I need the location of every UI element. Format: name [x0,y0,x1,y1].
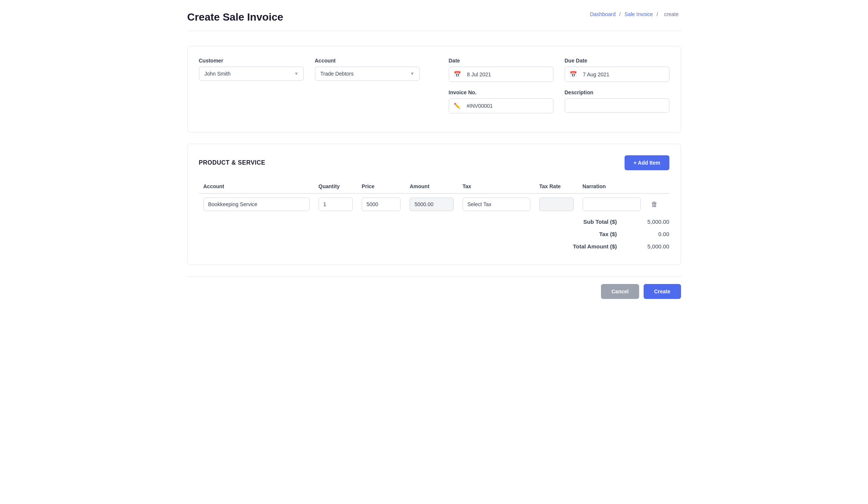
customer-label: Customer [199,58,304,64]
breadcrumb: Dashboard / Sale Invoice / create [590,11,681,17]
row-amount-input[interactable] [410,198,453,211]
date-input-wrapper[interactable]: 📅 [449,67,553,82]
col-header-account: Account [199,180,314,193]
row-price-cell [357,193,405,215]
row-quantity-input[interactable] [319,198,353,211]
account-select[interactable]: Trade Debtors [315,67,406,80]
product-header: PRODUCT & SERVICE + Add Item [199,155,669,170]
customer-dropdown-arrow-icon: ▼ [290,71,303,76]
row-amount-cell [405,193,458,215]
row-narration-cell [578,193,645,215]
invoice-no-input[interactable] [465,99,553,113]
description-label: Description [565,89,669,95]
subtotal-row: Sub Total ($) 5,000.00 [550,219,669,225]
account-select-wrapper[interactable]: Trade Debtors ▼ [315,67,420,81]
tax-row: Tax ($) 0.00 [550,231,669,237]
tax-value: 0.00 [632,231,669,237]
row-tax-cell [458,193,535,215]
footer-actions: Cancel Create [187,276,681,303]
col-header-price: Price [357,180,405,193]
page-header: Create Sale Invoice Dashboard / Sale Inv… [187,11,681,31]
customer-select[interactable]: John Smith [199,67,290,80]
add-item-button[interactable]: + Add Item [625,155,669,170]
tax-label: Tax ($) [550,231,617,237]
due-date-label: Due Date [565,58,669,64]
row-quantity-cell [314,193,358,215]
table-header-row: Account Quantity Price Amount Tax Tax Ra… [199,180,669,193]
description-group: Description description [565,89,669,113]
date-input[interactable] [466,68,553,81]
total-amount-label: Total Amount ($) [550,243,617,250]
cancel-button[interactable]: Cancel [601,284,639,299]
form-row-2: Invoice No. ✏️ Description description [199,89,669,113]
table-body: 🗑 [199,193,669,215]
description-input[interactable]: description [565,98,669,113]
breadcrumb-dashboard[interactable]: Dashboard [590,11,616,17]
date-label: Date [449,58,553,64]
row-narration-input[interactable] [583,198,641,211]
total-amount-value: 5,000.00 [632,243,669,250]
table-row: 🗑 [199,193,669,215]
account-dropdown-arrow-icon: ▼ [406,71,419,76]
invoice-icon: ✏️ [449,99,465,113]
row-account-input[interactable] [203,198,310,211]
product-table: Account Quantity Price Amount Tax Tax Ra… [199,180,669,215]
page-title: Create Sale Invoice [187,11,283,23]
subtotal-label: Sub Total ($) [550,219,617,225]
breadcrumb-sale-invoice[interactable]: Sale Invoice [625,11,653,17]
total-row: Total Amount ($) 5,000.00 [550,243,669,250]
date-group: Date 📅 [449,58,553,82]
delete-icon: 🗑 [651,201,658,208]
col-header-taxrate: Tax Rate [535,180,578,193]
row-taxrate-cell [535,193,578,215]
delete-row-button[interactable]: 🗑 [650,199,659,210]
row-tax-input[interactable] [463,198,530,211]
breadcrumb-current: create [664,11,679,17]
due-date-input-wrapper[interactable]: 📅 [565,67,669,82]
row-taxrate-input[interactable] [539,198,574,211]
row-action-cell: 🗑 [645,193,669,215]
create-button[interactable]: Create [644,284,681,299]
calendar-icon: 📅 [449,67,466,82]
product-service-section: PRODUCT & SERVICE + Add Item Account Qua… [187,144,681,265]
col-header-narration: Narration [578,180,645,193]
row-price-input[interactable] [362,198,401,211]
product-section-title: PRODUCT & SERVICE [199,159,266,166]
totals-section: Sub Total ($) 5,000.00 Tax ($) 0.00 Tota… [199,215,669,253]
row-account-cell [199,193,314,215]
due-date-input[interactable] [582,68,669,81]
form-row-1: Customer John Smith ▼ Account Trade Debt… [199,58,669,82]
customer-group: Customer John Smith ▼ [199,58,304,82]
invoice-no-group: Invoice No. ✏️ [449,89,553,113]
col-header-tax: Tax [458,180,535,193]
subtotal-value: 5,000.00 [632,219,669,225]
invoice-no-input-wrapper[interactable]: ✏️ [449,98,553,113]
account-label: Account [315,58,420,64]
col-header-quantity: Quantity [314,180,358,193]
due-date-group: Due Date 📅 [565,58,669,82]
col-header-action [645,180,669,193]
form-section: Customer John Smith ▼ Account Trade Debt… [187,46,681,132]
due-date-calendar-icon: 📅 [565,67,582,82]
invoice-no-label: Invoice No. [449,89,553,95]
table-head: Account Quantity Price Amount Tax Tax Ra… [199,180,669,193]
customer-select-wrapper[interactable]: John Smith ▼ [199,67,304,81]
account-group: Account Trade Debtors ▼ [315,58,420,82]
col-header-amount: Amount [405,180,458,193]
